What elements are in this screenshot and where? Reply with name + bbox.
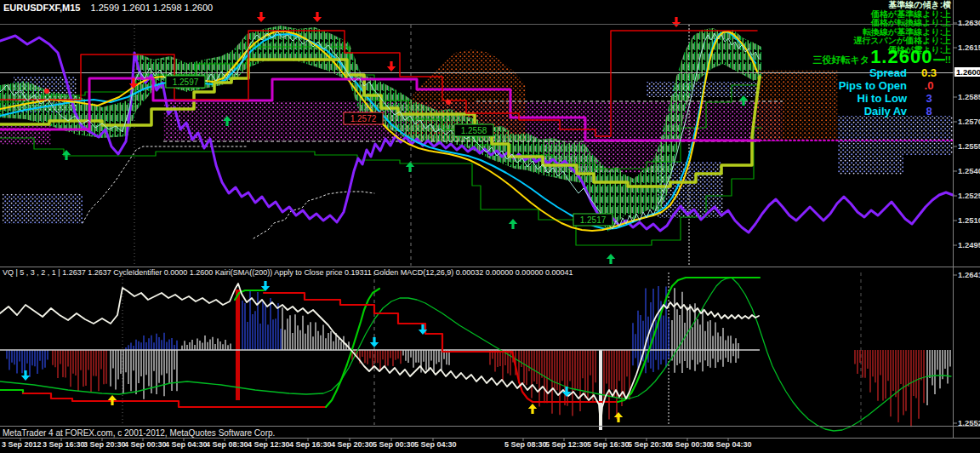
signal-suffix: ━━!! (933, 54, 951, 66)
time-label: 4 Sep 00:30 (124, 440, 167, 449)
indicator-values-header: VQ | 5 , 3 , 2 , 1 | 1.2637 1.2637 Cycle… (3, 268, 573, 277)
ichimoku-condition-line: 価格が転換線より:上 (813, 19, 951, 28)
time-label: 4 Sep 08:30 (206, 440, 248, 449)
time-label: 4 Sep 04:30 (165, 440, 208, 449)
price-tick-label: 1.2585 (958, 92, 980, 101)
buy-arrow-icon (62, 150, 71, 160)
ichimoku-signal-row: 三役好転キタ 1.2600 ━━!! (813, 49, 951, 66)
stat-value: 8 (907, 105, 951, 118)
svg-text:1.2558: 1.2558 (461, 126, 487, 135)
price-axis[interactable]: 1.26301.26151.26001.25851.25701.25551.25… (958, 0, 980, 453)
signal-dot (446, 100, 451, 105)
time-label: 5 Sep 12:30 (545, 440, 588, 449)
time-label: 5 Sep 20:30 (628, 440, 670, 449)
buy-arrow-icon (607, 254, 615, 264)
buy-arrow-icon (614, 412, 623, 422)
price-tick-label: 1.2615 (958, 43, 980, 52)
ichimoku-condition-line: 遅行スパンが価格より:上 (813, 37, 951, 46)
svg-text:1.2597: 1.2597 (173, 77, 199, 87)
cloud-blue-left-bottom (3, 194, 83, 224)
sell-arrow-icon (387, 61, 396, 72)
sell-arrow-icon (313, 12, 322, 22)
dotted-staircase-left (83, 146, 247, 223)
time-label: 4 Sep 16:30 (289, 440, 332, 449)
stat-row: Hi to Low3 (813, 92, 951, 105)
price-tick-label: 1.2552 (958, 418, 980, 427)
stat-value: .0 (907, 79, 951, 92)
price-tick-label: 1.2555 (958, 141, 980, 151)
stat-label: Pips to Open (839, 79, 907, 92)
cloud-magenta-left (0, 124, 51, 145)
price-tick-label: 1.2510 (958, 215, 980, 225)
symbol-timeframe: EURUSDFXF,M15 (3, 3, 80, 13)
stat-row: Pips to Open.0 (813, 79, 951, 92)
cloud-blue-future (838, 116, 953, 175)
price-tick-label: 1.2630 (958, 18, 980, 27)
buy-arrow-icon (108, 395, 117, 405)
signal-dot (44, 89, 49, 94)
stat-value: 0.3 (907, 66, 951, 79)
sell-arrow-icon (672, 17, 681, 27)
sell-arrow-icon (370, 337, 379, 347)
stat-label: Spread (869, 66, 907, 79)
time-label: 3 Sep 16:30 (43, 440, 85, 449)
price-tick-label: 1.2495 (958, 240, 980, 249)
price-tick-label: 1.2525 (958, 191, 980, 200)
vq-low-green-a (0, 390, 23, 393)
svg-text:1.2572: 1.2572 (350, 114, 377, 123)
spread-stats-block: Spread0.3Pips to Open.0Hi to Low3Daily A… (813, 66, 951, 118)
stat-label: Daily Av (864, 105, 907, 118)
current-price-display: 1.2600 (870, 49, 932, 66)
ohlc-quotes: 1.2599 1.2601 1.2598 1.2600 (90, 3, 213, 13)
ichimoku-status-panel: 基準線の傾き:横価格が基準線より:上価格が転換線より:上転換線が基準線より:上遅… (813, 1, 951, 118)
buy-arrow-icon (509, 219, 517, 229)
price-tick-label: 1.2641 (958, 270, 980, 279)
time-label: 5 Sep 08:30 (504, 440, 547, 449)
stat-row: Spread0.3 (813, 66, 951, 79)
stat-row: Daily Av8 (813, 105, 951, 118)
buy-arrow-icon (528, 404, 537, 414)
vq-white (0, 284, 759, 426)
mt4-chart-window: 1.25971.25721.25581.2517 EURUSDFXF,M151.… (0, 0, 980, 453)
stat-value: 3 (907, 92, 951, 105)
time-label: 6 Sep 00:30 (669, 440, 711, 449)
price-tick-label: 1.2600 (954, 67, 980, 77)
time-label: 6 Sep 04:30 (709, 440, 752, 449)
signal-text: 三役好転キタ (813, 54, 870, 66)
price-tick-label: 1.2540 (958, 166, 980, 175)
chart-title-bar: EURUSDFXF,M151.2599 1.2601 1.2598 1.2600 (3, 3, 213, 13)
time-label: 3 Sep 20:30 (83, 440, 126, 449)
time-label: 5 Sep 00:30 (373, 440, 415, 449)
macd-signal-green (0, 278, 951, 431)
time-label: 4 Sep 20:30 (331, 440, 373, 449)
copyright-text: MetaTrader 4 at FOREX.com, c 2001-2012, … (3, 428, 275, 438)
ichimoku-condition-line: 基準線の傾き:横 (813, 1, 951, 10)
time-label: 3 Sep 2012 (2, 440, 42, 449)
vq-up-green-b (618, 278, 760, 402)
time-label: 5 Sep 16:30 (587, 440, 630, 449)
time-label: 5 Sep 04:30 (414, 440, 457, 449)
price-tick-label: 1.2570 (958, 117, 980, 126)
time-axis[interactable]: 3 Sep 20123 Sep 16:303 Sep 20:304 Sep 00… (0, 440, 980, 453)
time-label: 4 Sep 12:30 (248, 440, 290, 449)
vq-low-red (23, 393, 326, 407)
sell-arrow-icon (257, 12, 265, 22)
svg-text:1.2517: 1.2517 (580, 215, 607, 225)
stat-label: Hi to Low (858, 92, 908, 105)
